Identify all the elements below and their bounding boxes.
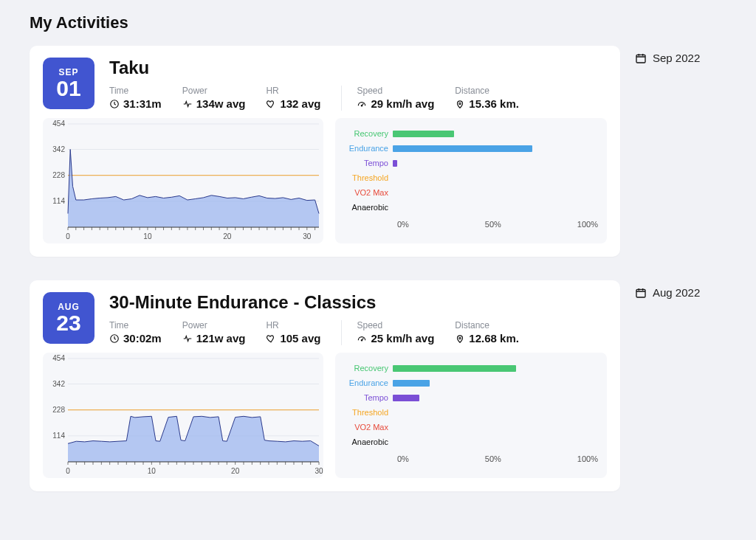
page-title: My Activities: [30, 13, 726, 32]
stat-label-hr: HR: [266, 320, 320, 330]
svg-text:10: 10: [143, 232, 152, 240]
zone-label: VO2 Max: [341, 423, 393, 432]
svg-rect-98: [636, 289, 645, 297]
activity-card[interactable]: SEP 01 Taku Time 31:31m Power 134w avg: [30, 46, 620, 257]
zone-label: Anaerobic: [341, 203, 393, 212]
zone-axis-tick: 0%: [397, 454, 409, 463]
stat-label-distance: Distance: [455, 86, 519, 96]
svg-rect-49: [636, 55, 645, 63]
svg-text:30: 30: [315, 467, 323, 475]
month-group-label: Sep 2022: [635, 46, 700, 64]
zone-chart: RecoveryEnduranceTempoThresholdVO2 MaxAn…: [335, 353, 607, 478]
zone-label: Tempo: [341, 393, 393, 402]
stat-label-power: Power: [182, 320, 246, 330]
stat-value-hr: 105 avg: [280, 332, 320, 345]
stat-value-distance: 12.68 km.: [469, 332, 519, 345]
zone-label: Threshold: [341, 173, 393, 182]
svg-text:30: 30: [303, 232, 312, 240]
stat-value-speed: 29 km/h avg: [371, 97, 434, 110]
stat-value-hr: 132 avg: [280, 97, 320, 110]
date-badge: AUG 23: [43, 292, 94, 344]
clock-icon: [109, 333, 120, 344]
svg-text:20: 20: [231, 467, 240, 475]
month-group-text: Sep 2022: [653, 52, 700, 64]
gauge-icon: [357, 99, 367, 109]
svg-point-2: [459, 103, 461, 104]
zone-chart: RecoveryEnduranceTempoThresholdVO2 MaxAn…: [335, 118, 607, 243]
stat-label-speed: Speed: [357, 320, 434, 330]
zone-label: Endurance: [341, 378, 393, 387]
stats-divider: [341, 86, 342, 111]
pin-icon: [455, 99, 465, 109]
calendar-icon: [635, 52, 647, 64]
activity-stats: Time 31:31m Power 134w avg HR 132 avg: [109, 86, 607, 111]
date-badge: SEP 01: [43, 58, 94, 109]
svg-point-51: [362, 339, 362, 340]
zone-axis-tick: 50%: [485, 220, 501, 229]
svg-text:228: 228: [52, 171, 65, 179]
pulse-icon: [182, 333, 193, 344]
svg-text:114: 114: [52, 197, 65, 205]
activity-title[interactable]: Taku: [109, 58, 607, 78]
svg-text:20: 20: [223, 232, 232, 240]
svg-text:0: 0: [66, 467, 70, 475]
pulse-icon: [182, 99, 193, 109]
svg-text:228: 228: [52, 406, 65, 414]
stat-label-power: Power: [182, 86, 246, 96]
zone-label: Endurance: [341, 144, 393, 153]
activity-stats: Time 30:02m Power 121w avg HR 105 avg: [109, 320, 607, 345]
gauge-icon: [357, 333, 367, 344]
svg-text:10: 10: [148, 467, 157, 475]
svg-text:454: 454: [52, 354, 65, 362]
stat-value-time: 30:02m: [123, 332, 162, 345]
stat-label-time: Time: [109, 86, 162, 96]
svg-text:342: 342: [52, 145, 65, 153]
zone-axis-tick: 100%: [577, 454, 598, 463]
date-day: 23: [56, 312, 80, 334]
zone-label: Recovery: [341, 364, 393, 373]
heart-icon: [266, 333, 276, 344]
stats-divider: [341, 320, 342, 345]
stat-value-time: 31:31m: [123, 97, 162, 110]
activity-title[interactable]: 30-Minute Endurance - Classics: [109, 292, 607, 313]
date-day: 01: [56, 77, 80, 100]
stat-value-speed: 25 km/h avg: [371, 332, 434, 345]
activity-card[interactable]: AUG 23 30-Minute Endurance - Classics Ti…: [30, 280, 620, 491]
stat-value-power: 134w avg: [196, 97, 246, 110]
zone-label: Tempo: [341, 159, 393, 167]
svg-point-1: [362, 105, 362, 105]
stat-label-time: Time: [109, 320, 162, 330]
stat-label-distance: Distance: [455, 320, 519, 330]
svg-text:114: 114: [52, 432, 65, 440]
zone-axis-tick: 100%: [577, 220, 598, 229]
calendar-icon: [635, 287, 647, 299]
power-chart: 1142283424540102030: [43, 118, 323, 243]
stat-value-power: 121w avg: [196, 332, 246, 345]
zone-label: Threshold: [341, 408, 393, 417]
svg-text:0: 0: [66, 232, 70, 240]
zone-label: Anaerobic: [341, 437, 393, 446]
pin-icon: [455, 333, 465, 344]
svg-text:454: 454: [52, 120, 65, 128]
zone-axis-tick: 0%: [397, 220, 409, 229]
heart-icon: [266, 99, 276, 109]
svg-text:342: 342: [52, 380, 65, 388]
zone-label: VO2 Max: [341, 188, 393, 197]
stat-value-distance: 15.36 km.: [469, 97, 519, 110]
month-group-label: Aug 2022: [635, 280, 700, 299]
stat-label-speed: Speed: [357, 86, 434, 96]
power-chart: 1142283424540102030: [43, 353, 323, 478]
clock-icon: [109, 99, 120, 109]
stat-label-hr: HR: [266, 86, 320, 96]
svg-point-52: [459, 337, 461, 339]
zone-axis-tick: 50%: [485, 454, 501, 463]
zone-label: Recovery: [341, 129, 393, 138]
month-group-text: Aug 2022: [653, 286, 700, 299]
